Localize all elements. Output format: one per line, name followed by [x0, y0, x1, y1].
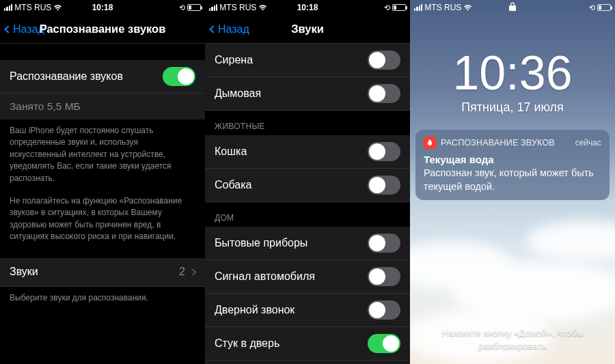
status-time: 10:18 — [0, 3, 205, 12]
phone-lockscreen: MTS RUS ⟲ 10:36 Пятница, 17 июля РАСПОЗН… — [410, 0, 615, 364]
status-bar: MTS RUS 10:18 ⟲ — [0, 0, 205, 15]
status-bar: MTS RUS ⟲ — [410, 0, 615, 15]
toggle-siren[interactable] — [368, 51, 400, 70]
row-cat: Кошка — [205, 135, 410, 169]
status-bar: MTS RUS 10:18 ⟲ — [205, 0, 410, 15]
storage-info: Занято 5,5 МБ — [0, 94, 205, 120]
label-appliances: Бытовые приборы — [215, 237, 308, 249]
notification-app-name: РАСПОЗНАВАНИЕ ЗВУКОВ — [441, 138, 571, 148]
toggle-smoke[interactable] — [368, 84, 400, 103]
label-car-horn: Сигнал автомобиля — [215, 270, 315, 283]
status-time: 10:18 — [205, 3, 410, 12]
row-doorbell: Дверной звонок — [205, 294, 410, 327]
toggle-car-horn[interactable] — [368, 267, 400, 286]
sounds-count: 2 — [179, 266, 185, 278]
chevron-left-icon — [209, 25, 217, 33]
sounds-hint: Выберите звуки для распознавания. — [0, 287, 205, 309]
back-label: Назад — [13, 23, 44, 36]
lockscreen-clock: 10:36 Пятница, 17 июля — [410, 46, 615, 115]
battery-icon — [392, 4, 406, 11]
label-doorbell: Дверной звонок — [215, 304, 295, 316]
toggle-sound-recognition[interactable] — [163, 67, 195, 86]
toggle-doorbell[interactable] — [368, 300, 400, 320]
row-car-horn: Сигнал автомобиля — [205, 260, 410, 294]
back-label: Назад — [218, 23, 249, 36]
unlock-hint: Нажмите кнопку «Домой», чтобы разблокиро… — [410, 327, 615, 353]
description-text-2: Не полагайтесь на функцию «Распознавание… — [0, 190, 205, 249]
label-siren: Сирена — [215, 54, 253, 66]
notification-title: Текущая вода — [424, 154, 601, 165]
phone-sounds-list: MTS RUS 10:18 ⟲ Назад Звуки Сирена Дымов… — [205, 0, 410, 364]
lockscreen-time: 10:36 — [410, 46, 615, 100]
chevron-right-icon — [190, 268, 197, 275]
row-smoke: Дымовая — [205, 77, 410, 111]
row-siren: Сирена — [205, 44, 410, 77]
nav-header: Назад Звуки — [205, 15, 410, 44]
row-running-water: Текущая вода — [205, 361, 410, 364]
battery-icon — [187, 4, 201, 11]
toggle-cat[interactable] — [368, 142, 400, 161]
row-dog: Собака — [205, 169, 410, 202]
back-button[interactable]: Назад — [5, 23, 44, 36]
section-animals: ЖИВОТНЫЕ — [205, 111, 410, 135]
notification-app-icon — [424, 137, 436, 149]
toggle-label: Распознавание звуков — [10, 70, 123, 83]
phone-sound-recognition: MTS RUS 10:18 ⟲ Назад Распознавание звук… — [0, 0, 205, 364]
toggle-dog[interactable] — [368, 176, 400, 195]
back-button[interactable]: Назад — [210, 23, 249, 36]
row-sound-recognition: Распознавание звуков — [0, 60, 205, 94]
chevron-left-icon — [4, 25, 12, 33]
sounds-label: Звуки — [10, 266, 38, 278]
label-smoke: Дымовая — [215, 87, 261, 100]
notification-body: Распознан звук, который может быть текущ… — [424, 167, 601, 193]
notification-timestamp: сейчас — [575, 138, 601, 148]
toggle-door-knock[interactable] — [368, 334, 400, 353]
row-sounds-link[interactable]: Звуки 2 — [0, 258, 205, 287]
lock-status-icon — [410, 2, 615, 13]
notification-card[interactable]: РАСПОЗНАВАНИЕ ЗВУКОВ сейчас Текущая вода… — [415, 130, 610, 200]
label-dog: Собака — [215, 179, 251, 191]
label-door-knock: Стук в дверь — [215, 337, 279, 350]
lock-icon — [509, 2, 516, 11]
nav-header: Назад Распознавание звуков — [0, 15, 205, 44]
label-cat: Кошка — [215, 145, 247, 158]
row-door-knock: Стук в дверь — [205, 327, 410, 361]
section-home: ДОМ — [205, 202, 410, 227]
toggle-appliances[interactable] — [368, 234, 400, 253]
lockscreen-date: Пятница, 17 июля — [410, 100, 615, 115]
description-text-1: Ваш iPhone будет постоянно слушать опред… — [0, 120, 205, 190]
row-appliances: Бытовые приборы — [205, 227, 410, 260]
battery-icon — [597, 4, 611, 11]
